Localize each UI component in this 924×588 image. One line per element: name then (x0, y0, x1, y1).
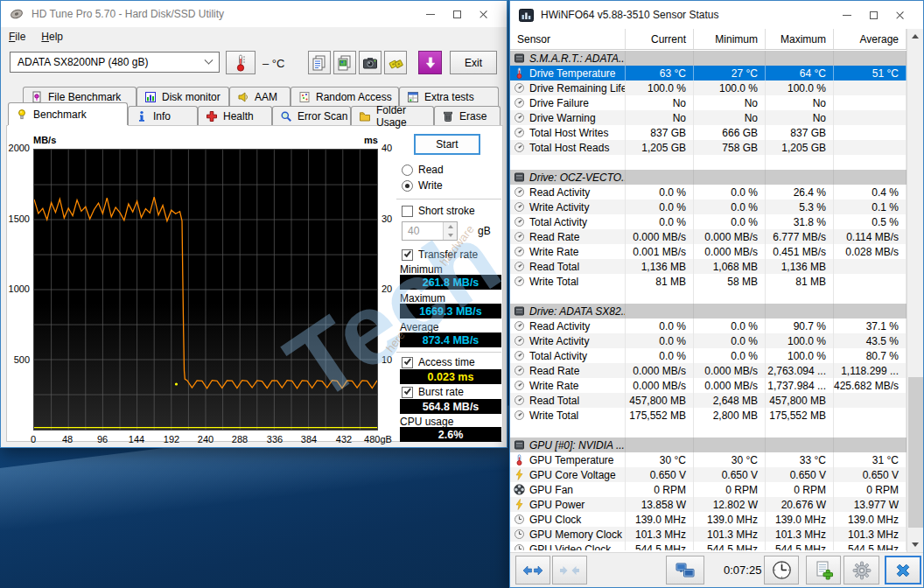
sensor-row[interactable]: Write Rate0.001 MB/s0.000 MB/s0.451 MB/s… (510, 244, 906, 259)
sensor-row[interactable]: Write Rate0.000 MB/s0.000 MB/s1,737.984 … (510, 378, 906, 393)
sensor-row[interactable]: GPU Power13.858 W12.802 W20.676 W13.977 … (510, 497, 906, 512)
stepper-up-icon[interactable] (444, 222, 457, 231)
tab-health[interactable]: Health (198, 106, 272, 125)
scroll-down-icon[interactable] (907, 537, 923, 552)
sensor-value: 0.000 MB/s (626, 378, 694, 393)
sensor-row[interactable]: Write Total81 MB58 MB81 MB (510, 274, 906, 289)
download-button[interactable] (418, 51, 442, 74)
column-header-maximum[interactable]: Maximum (766, 29, 834, 49)
sensor-row[interactable]: Read Rate0.000 MB/s0.000 MB/s6.777 MB/s0… (510, 229, 906, 244)
start-button[interactable]: Start (414, 134, 480, 155)
scrollbar-thumb[interactable] (908, 377, 923, 528)
sensor-row[interactable]: GPU Clock139.0 MHz139.0 MHz139.0 MHz139.… (510, 512, 906, 527)
close-button[interactable] (886, 5, 913, 24)
copy-image-button[interactable] (333, 51, 356, 74)
tab-error-scan[interactable]: Error Scan (272, 106, 351, 125)
swap-columns-button[interactable] (515, 556, 550, 584)
tab-folder-usage[interactable]: Folder Usage (351, 106, 434, 125)
temperature-button[interactable] (226, 51, 256, 74)
drive-selector[interactable]: ADATA SX8200NP (480 gB) (10, 52, 220, 73)
sensor-row[interactable]: Write Activity0.0 %0.0 %5.3 %0.1 % (510, 200, 906, 214)
hdtune-titlebar[interactable]: HD Tune Pro 5.70 - Hard Disk/SSD Utility (1, 1, 507, 27)
minimize-button[interactable] (417, 4, 444, 24)
access-time-box[interactable] (402, 357, 413, 368)
remote-monitoring-button[interactable] (666, 556, 704, 584)
sensor-row[interactable]: Read Activity0.0 %0.0 %90.7 %37.1 % (510, 318, 906, 333)
short-stroke-box[interactable] (402, 206, 413, 217)
save-results-button[interactable] (384, 51, 407, 74)
sensor-section-header[interactable]: GPU [#0]: NVIDIA ... (510, 438, 906, 452)
sensor-row[interactable]: Total Host Writes837 GB666 GB837 GB (510, 125, 906, 140)
sensor-row[interactable]: Drive Remaining Life100.0 %100.0 %100.0 … (510, 80, 906, 95)
report-button[interactable] (806, 556, 841, 584)
gauge-icon (514, 127, 525, 138)
column-header-minimum[interactable]: Minimum (694, 29, 766, 49)
sensor-row[interactable]: Drive Temperature63 °C27 °C64 °C51 °C (510, 66, 906, 80)
short-stroke-size-stepper[interactable]: 40 (402, 221, 458, 241)
sensor-section-header[interactable]: Drive: ADATA SX82... (510, 304, 906, 318)
gauge-icon (514, 320, 525, 332)
maximize-button[interactable] (860, 5, 886, 24)
clock-button[interactable] (764, 556, 799, 584)
write-radio-circle[interactable] (402, 180, 413, 192)
short-stroke-checkbox[interactable]: Short stroke (402, 205, 475, 217)
minimize-button[interactable] (834, 5, 860, 24)
tab-info[interactable]: Info (128, 106, 198, 125)
maximize-button[interactable] (444, 4, 470, 24)
sensor-label: S.M.A.R.T.: ADATA... (529, 52, 626, 65)
sensor-row[interactable]: GPU Video Clock544.5 MHz544.5 MHz544.5 M… (510, 542, 906, 550)
menu-item-help[interactable]: Help (41, 31, 63, 43)
close-sensors-button[interactable] (885, 556, 921, 584)
settings-button[interactable] (844, 556, 879, 584)
read-radio-circle[interactable] (402, 164, 413, 176)
screenshot-button[interactable] (359, 51, 382, 74)
hwinfo-titlebar[interactable]: HWiNFO64 v5.88-3510 Sensor Status (510, 1, 923, 29)
tab-aam[interactable]: AAM (229, 87, 290, 106)
sensor-section-header[interactable]: S.M.A.R.T.: ADATA... (510, 51, 906, 66)
column-header-current[interactable]: Current (626, 29, 694, 49)
sensor-row[interactable]: Read Total457,800 MB2,648 MB457,800 MB (510, 393, 906, 408)
burst-rate-checkbox[interactable]: Burst rate (402, 386, 464, 398)
sensor-row[interactable]: GPU Core Voltage0.650 V0.650 V0.650 V0.6… (510, 467, 906, 482)
burst-rate-box[interactable] (402, 387, 413, 398)
tab-erase[interactable]: Erase (434, 106, 500, 125)
access-time-checkbox[interactable]: Access time (402, 356, 475, 368)
vertical-scrollbar[interactable] (906, 29, 923, 552)
collapse-columns-button[interactable] (552, 556, 587, 584)
sensor-row[interactable]: Write Activity0.0 %0.0 %100.0 %43.5 % (510, 333, 906, 348)
sensor-row[interactable]: Total Activity0.0 %0.0 %100.0 %80.7 % (510, 348, 906, 363)
sensor-row[interactable]: Drive FailureNoNoNo (510, 95, 906, 110)
sensor-row[interactable]: Drive WarningNoNoNo (510, 110, 906, 125)
tab-label: Info (153, 110, 171, 122)
sensor-section-header[interactable]: Drive: OCZ-VECTO... (510, 170, 906, 185)
sensor-value: 175,552 MB (626, 408, 694, 423)
sensor-row[interactable]: Read Rate0.000 MB/s0.000 MB/s2,763.094 .… (510, 363, 906, 378)
menu-item-file[interactable]: File (9, 31, 25, 43)
sensor-row[interactable]: Read Total1,136 MB1,068 MB1,136 MB (510, 259, 906, 274)
column-header-average[interactable]: Average (834, 29, 906, 49)
tab-benchmark[interactable]: Benchmark (8, 102, 128, 125)
transfer-rate-box[interactable] (402, 249, 413, 261)
sensor-row[interactable]: Total Activity0.0 %0.0 %31.8 %0.5 % (510, 214, 906, 229)
write-radio[interactable]: Write (402, 179, 443, 192)
scroll-up-icon[interactable] (907, 29, 923, 44)
sensor-row[interactable]: GPU Temperature30 °C30 °C33 °C31 °C (510, 452, 906, 467)
tab-disk-monitor[interactable]: Disk monitor (136, 87, 229, 106)
sensor-row[interactable]: Read Activity0.0 %0.0 %26.4 %0.4 % (510, 185, 906, 200)
read-radio[interactable]: Read (402, 164, 444, 176)
exit-button[interactable]: Exit (450, 51, 497, 74)
stepper-down-icon[interactable] (444, 231, 457, 240)
close-button[interactable] (470, 4, 496, 24)
sensor-row[interactable]: GPU Fan0 RPM0 RPM0 RPM0 RPM (510, 482, 906, 497)
sensor-row[interactable]: GPU Memory Clock101.3 MHz101.3 MHz101.3 … (510, 527, 906, 542)
column-header-sensor[interactable]: Sensor (510, 29, 626, 49)
sensor-row[interactable]: Total Host Reads1,205 GB758 GB1,205 GB (510, 140, 906, 155)
sensor-label: Total Host Writes (529, 127, 608, 139)
sensor-row[interactable]: Write Total175,552 MB2,800 MB175,552 MB (510, 408, 906, 423)
tab-label: Health (223, 110, 254, 122)
spacer-row (510, 289, 906, 304)
hdtune-window: HD Tune Pro 5.70 - Hard Disk/SSD Utility… (0, 0, 508, 448)
copy-text-button[interactable] (308, 51, 331, 74)
transfer-rate-checkbox[interactable]: Transfer rate (402, 248, 478, 261)
stepper-buttons[interactable] (443, 222, 457, 240)
